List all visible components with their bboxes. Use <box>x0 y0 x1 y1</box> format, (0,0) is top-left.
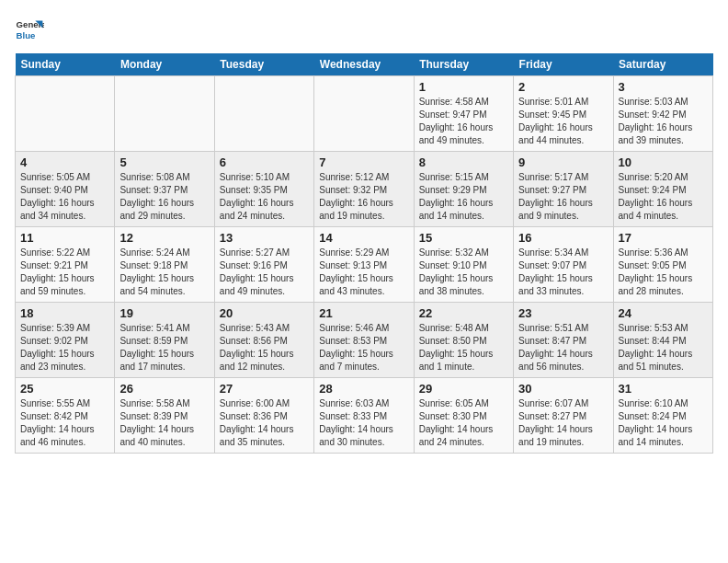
weekday-header-monday: Monday <box>115 53 214 76</box>
day-info: Sunrise: 6:00 AM Sunset: 8:36 PM Dayligh… <box>220 397 309 449</box>
calendar-cell: 5Sunrise: 5:08 AM Sunset: 9:37 PM Daylig… <box>115 152 214 227</box>
weekday-header-friday: Friday <box>514 53 613 76</box>
calendar-week-5: 25Sunrise: 5:55 AM Sunset: 8:42 PM Dayli… <box>16 378 713 454</box>
day-info: Sunrise: 5:15 AM Sunset: 9:29 PM Dayligh… <box>419 171 508 223</box>
calendar-cell: 18Sunrise: 5:39 AM Sunset: 9:02 PM Dayli… <box>16 303 115 378</box>
calendar-cell: 15Sunrise: 5:32 AM Sunset: 9:10 PM Dayli… <box>414 227 513 303</box>
day-number: 28 <box>319 382 408 396</box>
day-number: 16 <box>518 231 608 245</box>
calendar-cell: 14Sunrise: 5:29 AM Sunset: 9:13 PM Dayli… <box>314 227 414 303</box>
calendar-cell: 11Sunrise: 5:22 AM Sunset: 9:21 PM Dayli… <box>16 227 115 303</box>
day-number: 13 <box>220 231 309 245</box>
day-info: Sunrise: 5:53 AM Sunset: 8:44 PM Dayligh… <box>619 322 708 373</box>
calendar-cell: 3Sunrise: 5:03 AM Sunset: 9:42 PM Daylig… <box>613 76 712 152</box>
day-number: 11 <box>20 231 109 245</box>
day-number: 12 <box>119 231 209 245</box>
calendar-week-2: 4Sunrise: 5:05 AM Sunset: 9:40 PM Daylig… <box>16 152 713 227</box>
day-info: Sunrise: 6:07 AM Sunset: 8:27 PM Dayligh… <box>518 397 608 449</box>
day-info: Sunrise: 5:22 AM Sunset: 9:21 PM Dayligh… <box>20 247 109 298</box>
day-info: Sunrise: 5:17 AM Sunset: 9:27 PM Dayligh… <box>518 171 608 223</box>
day-info: Sunrise: 5:27 AM Sunset: 9:16 PM Dayligh… <box>220 247 309 298</box>
day-number: 20 <box>220 306 309 320</box>
day-number: 23 <box>518 306 608 320</box>
calendar-cell: 10Sunrise: 5:20 AM Sunset: 9:24 PM Dayli… <box>613 152 712 227</box>
day-info: Sunrise: 5:32 AM Sunset: 9:10 PM Dayligh… <box>419 247 508 298</box>
calendar-cell: 8Sunrise: 5:15 AM Sunset: 9:29 PM Daylig… <box>414 152 513 227</box>
day-number: 5 <box>119 155 209 169</box>
day-number: 29 <box>419 382 508 396</box>
day-number: 31 <box>619 382 708 396</box>
calendar-cell <box>16 76 115 152</box>
day-info: Sunrise: 5:05 AM Sunset: 9:40 PM Dayligh… <box>20 171 109 223</box>
day-info: Sunrise: 5:03 AM Sunset: 9:42 PM Dayligh… <box>619 96 708 147</box>
calendar-cell: 4Sunrise: 5:05 AM Sunset: 9:40 PM Daylig… <box>16 152 115 227</box>
calendar-cell: 26Sunrise: 5:58 AM Sunset: 8:39 PM Dayli… <box>115 378 214 454</box>
day-info: Sunrise: 5:34 AM Sunset: 9:07 PM Dayligh… <box>518 247 608 298</box>
day-info: Sunrise: 5:55 AM Sunset: 8:42 PM Dayligh… <box>20 397 109 449</box>
calendar-cell <box>314 76 414 152</box>
day-info: Sunrise: 4:58 AM Sunset: 9:47 PM Dayligh… <box>419 96 508 147</box>
weekday-header-sunday: Sunday <box>16 53 115 76</box>
day-number: 26 <box>119 382 209 396</box>
weekday-header-thursday: Thursday <box>414 53 513 76</box>
day-info: Sunrise: 6:10 AM Sunset: 8:24 PM Dayligh… <box>619 397 708 449</box>
weekday-header-tuesday: Tuesday <box>214 53 313 76</box>
calendar-cell <box>214 76 313 152</box>
day-number: 8 <box>419 155 508 169</box>
calendar-week-1: 1Sunrise: 4:58 AM Sunset: 9:47 PM Daylig… <box>16 76 713 152</box>
logo: General Blue <box>15 15 48 44</box>
day-info: Sunrise: 5:01 AM Sunset: 9:45 PM Dayligh… <box>518 96 608 147</box>
day-number: 21 <box>319 306 408 320</box>
calendar-cell: 7Sunrise: 5:12 AM Sunset: 9:32 PM Daylig… <box>314 152 414 227</box>
day-number: 19 <box>119 306 209 320</box>
day-number: 9 <box>518 155 608 169</box>
day-number: 18 <box>20 306 109 320</box>
day-info: Sunrise: 5:43 AM Sunset: 8:56 PM Dayligh… <box>220 322 309 373</box>
day-number: 24 <box>619 306 708 320</box>
day-info: Sunrise: 5:08 AM Sunset: 9:37 PM Dayligh… <box>119 171 209 223</box>
day-number: 1 <box>419 80 508 94</box>
calendar-cell: 9Sunrise: 5:17 AM Sunset: 9:27 PM Daylig… <box>514 152 613 227</box>
day-info: Sunrise: 5:29 AM Sunset: 9:13 PM Dayligh… <box>319 247 408 298</box>
day-number: 2 <box>518 80 608 94</box>
day-info: Sunrise: 6:05 AM Sunset: 8:30 PM Dayligh… <box>419 397 508 449</box>
day-info: Sunrise: 5:41 AM Sunset: 8:59 PM Dayligh… <box>119 322 209 373</box>
calendar-table: SundayMondayTuesdayWednesdayThursdayFrid… <box>15 53 713 454</box>
svg-text:Blue: Blue <box>17 30 36 40</box>
calendar-cell: 30Sunrise: 6:07 AM Sunset: 8:27 PM Dayli… <box>514 378 613 454</box>
day-info: Sunrise: 5:48 AM Sunset: 8:50 PM Dayligh… <box>419 322 508 373</box>
day-number: 25 <box>20 382 109 396</box>
calendar-cell: 25Sunrise: 5:55 AM Sunset: 8:42 PM Dayli… <box>16 378 115 454</box>
day-info: Sunrise: 5:12 AM Sunset: 9:32 PM Dayligh… <box>319 171 408 223</box>
calendar-cell: 31Sunrise: 6:10 AM Sunset: 8:24 PM Dayli… <box>613 378 712 454</box>
calendar-cell: 13Sunrise: 5:27 AM Sunset: 9:16 PM Dayli… <box>214 227 313 303</box>
calendar-week-3: 11Sunrise: 5:22 AM Sunset: 9:21 PM Dayli… <box>16 227 713 303</box>
day-info: Sunrise: 5:24 AM Sunset: 9:18 PM Dayligh… <box>119 247 209 298</box>
day-info: Sunrise: 5:10 AM Sunset: 9:35 PM Dayligh… <box>220 171 309 223</box>
day-info: Sunrise: 5:58 AM Sunset: 8:39 PM Dayligh… <box>119 397 209 449</box>
day-info: Sunrise: 5:36 AM Sunset: 9:05 PM Dayligh… <box>619 247 708 298</box>
weekday-header-saturday: Saturday <box>613 53 712 76</box>
day-number: 15 <box>419 231 508 245</box>
calendar-cell <box>115 76 214 152</box>
calendar-cell: 16Sunrise: 5:34 AM Sunset: 9:07 PM Dayli… <box>514 227 613 303</box>
calendar-cell: 12Sunrise: 5:24 AM Sunset: 9:18 PM Dayli… <box>115 227 214 303</box>
calendar-cell: 23Sunrise: 5:51 AM Sunset: 8:47 PM Dayli… <box>514 303 613 378</box>
calendar-cell: 22Sunrise: 5:48 AM Sunset: 8:50 PM Dayli… <box>414 303 513 378</box>
calendar-cell: 2Sunrise: 5:01 AM Sunset: 9:45 PM Daylig… <box>514 76 613 152</box>
calendar-cell: 21Sunrise: 5:46 AM Sunset: 8:53 PM Dayli… <box>314 303 414 378</box>
day-number: 27 <box>220 382 309 396</box>
calendar-cell: 17Sunrise: 5:36 AM Sunset: 9:05 PM Dayli… <box>613 227 712 303</box>
calendar-week-4: 18Sunrise: 5:39 AM Sunset: 9:02 PM Dayli… <box>16 303 713 378</box>
calendar-cell: 27Sunrise: 6:00 AM Sunset: 8:36 PM Dayli… <box>214 378 313 454</box>
day-number: 22 <box>419 306 508 320</box>
logo-icon: General Blue <box>15 15 44 44</box>
day-info: Sunrise: 5:46 AM Sunset: 8:53 PM Dayligh… <box>319 322 408 373</box>
day-info: Sunrise: 5:20 AM Sunset: 9:24 PM Dayligh… <box>619 171 708 223</box>
calendar-cell: 20Sunrise: 5:43 AM Sunset: 8:56 PM Dayli… <box>214 303 313 378</box>
day-number: 7 <box>319 155 408 169</box>
day-number: 10 <box>619 155 708 169</box>
day-number: 17 <box>619 231 708 245</box>
day-number: 4 <box>20 155 109 169</box>
day-info: Sunrise: 5:51 AM Sunset: 8:47 PM Dayligh… <box>518 322 608 373</box>
